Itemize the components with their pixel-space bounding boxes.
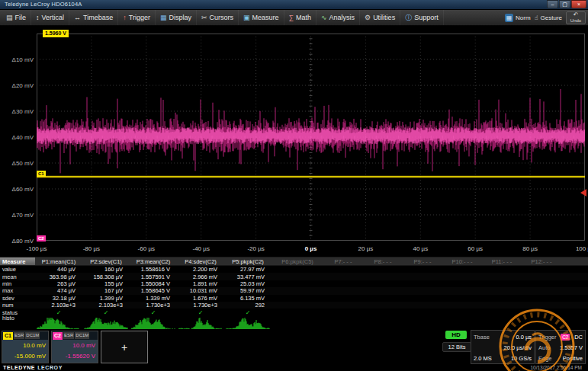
- menu-item-label: File: [15, 14, 27, 21]
- trigger-panel[interactable]: Trigger C2 DC Auto 1.5357 V Edge Positiv…: [535, 330, 586, 364]
- measure-table-header: MeasureP1:mean(C1)P2:sdev(C1)P3:mean(C2)…: [0, 257, 588, 266]
- measure-column-header[interactable]: P6:pkpk(C5): [272, 258, 323, 265]
- channel-values: 10.0 mV-15.000 mV: [2, 340, 48, 363]
- close-button[interactable]: ×: [571, 0, 586, 8]
- footer: TELEDYNELECROY 10/13/2017 2:56:14 PM: [0, 364, 588, 371]
- brand-lecroy: LECROY: [37, 365, 63, 370]
- menu-right-cluster: ▦ Norm ☝ Gesture ↶ Undo: [505, 10, 588, 25]
- measure-cell: 33.477 mV: [224, 273, 272, 280]
- menu-item-cursors[interactable]: ✂Cursors: [197, 10, 239, 25]
- trigger-level-marker[interactable]: [580, 189, 586, 197]
- measure-cell: 27.97 mV: [224, 266, 272, 273]
- measure-column-header[interactable]: P8:- - -: [363, 258, 403, 265]
- measure-icon: ▣: [243, 14, 250, 21]
- tbase-value: 0.0 µs: [516, 334, 532, 341]
- undo-icon: ↶: [574, 12, 579, 18]
- channel-esr-badge: ESR: [14, 332, 24, 339]
- measure-column-header[interactable]: P7:- - -: [323, 258, 363, 265]
- histogram-thumbnail: [84, 317, 128, 329]
- measure-column-header[interactable]: P10:- - -: [442, 258, 482, 265]
- menu-item-support[interactable]: ⓘSupport: [400, 10, 444, 25]
- measure-cell: 2.966 mV: [177, 273, 224, 280]
- y-axis-label: Δ70 mV: [0, 212, 34, 219]
- x-axis-label: -20 µs: [247, 245, 264, 252]
- menu-item-label: Math: [296, 14, 311, 21]
- maximize-button[interactable]: ▢: [559, 0, 570, 8]
- channel-id-badge: C2: [53, 332, 63, 340]
- menu-item-timebase[interactable]: ↔Timebase: [69, 10, 118, 25]
- channel-values: 10.0 mV-1.55620 V: [52, 340, 98, 363]
- hd-mode-badge[interactable]: HD: [445, 331, 467, 339]
- clock: 10/13/2017 2:56:14 PM: [530, 365, 588, 370]
- channel-box-c2[interactable]: C2ESRDC1M10.0 mV-1.55620 V: [51, 331, 98, 363]
- undo-button[interactable]: ↶ Undo: [566, 11, 586, 24]
- sample-rate: 10 GS/s: [511, 355, 532, 362]
- y-axis-label: Δ10 mV: [0, 56, 34, 63]
- menu-item-label: Display: [169, 14, 191, 21]
- norm-button[interactable]: ▦ Norm: [505, 14, 531, 22]
- menu-item-trigger[interactable]: ↑Trigger: [118, 10, 156, 25]
- histo-row-label: histo: [2, 315, 14, 321]
- c1-offset-marker[interactable]: C1: [37, 171, 46, 177]
- x-axis-label: 40 µs: [413, 245, 428, 252]
- oscilloscope-window: Teledyne LeCroy HDO6104A – ▢ × ▤File↕Ver…: [0, 0, 588, 371]
- horizontal-arrows-icon: ↔: [74, 14, 81, 21]
- title-bar: Teledyne LeCroy HDO6104A – ▢ ×: [0, 0, 588, 10]
- measure-column-header[interactable]: P3:mean(C2): [130, 258, 177, 265]
- menu-item-display[interactable]: ▦Display: [156, 10, 197, 25]
- measure-row-label: max: [0, 287, 35, 294]
- measure-column-header[interactable]: P2:sdev(C1): [82, 258, 130, 265]
- vertical-arrows-icon: ↕: [36, 14, 40, 21]
- x-axis-label: 20 µs: [358, 245, 374, 252]
- measure-row-label: num: [0, 302, 35, 309]
- tbase-label: Tbase: [474, 334, 490, 341]
- c2-offset-marker[interactable]: C2: [37, 235, 46, 241]
- channel-box-c1[interactable]: C1ESRDC1M10.0 mV-15.000 mV: [2, 331, 49, 363]
- x-axis-label: 0 µs: [305, 245, 317, 252]
- measure-column-header[interactable]: P11:- - -: [482, 258, 522, 265]
- undo-label: Undo: [570, 18, 581, 24]
- measure-column-header[interactable]: P12:- - -: [522, 258, 561, 265]
- measure-cell: 1.730e+3: [130, 302, 177, 309]
- menu-item-vertical[interactable]: ↕Vertical: [31, 10, 69, 25]
- measure-row-max: max474 µV167 µV1.558645 V10.031 mV59.97 …: [0, 287, 588, 294]
- trigger-coupling: DC: [574, 334, 583, 341]
- brand-teledyne: TELEDYNE: [3, 365, 35, 370]
- channel-offset: -15.000 mV: [5, 351, 46, 362]
- measure-cell: 1.676 mV: [177, 295, 224, 302]
- histogram-thumbnail: [178, 317, 223, 329]
- x-axis-label: -100 µs: [27, 245, 47, 252]
- cursors-icon: ✂: [201, 14, 207, 21]
- window-controls: – ▢ ×: [547, 0, 586, 8]
- gesture-button[interactable]: ☝ Gesture: [535, 14, 562, 21]
- measure-column-header[interactable]: P1:mean(C1): [35, 258, 82, 265]
- trigger-mode: Auto: [538, 344, 550, 351]
- measure-cell: 1.891 mV: [177, 280, 224, 287]
- menu-item-file[interactable]: ▤File: [2, 10, 31, 25]
- add-trace-button[interactable]: +: [101, 331, 148, 363]
- measure-column-header[interactable]: P4:sdev(C2): [177, 258, 224, 265]
- menu-item-utilities[interactable]: ⚙Utilities: [360, 10, 400, 25]
- file-icon: ▤: [6, 14, 13, 21]
- measure-cell: 32.18 µV: [35, 295, 82, 302]
- graticule[interactable]: [37, 34, 585, 241]
- y-axis-label: Δ40 mV: [0, 134, 34, 141]
- measure-column-header[interactable]: P5:pkpk(C2): [224, 258, 272, 265]
- menu-item-measure[interactable]: ▣Measure: [239, 10, 284, 25]
- measure-row-sdev: sdev32.18 µV1.399 µV1.339 mV1.676 mV6.13…: [0, 295, 588, 302]
- menu-item-analysis[interactable]: ∿Analysis: [316, 10, 360, 25]
- timebase-panel[interactable]: Tbase 0.0 µs 20.0 µs/div 2.0 MS 10 GS/s: [471, 330, 535, 364]
- menu-item-math[interactable]: ∑Math: [284, 10, 316, 25]
- measure-cell: 1.399 µV: [82, 295, 130, 302]
- minimize-button[interactable]: –: [547, 0, 558, 8]
- measure-table-title: Measure: [0, 257, 35, 265]
- histogram-thumbnail: [131, 317, 175, 329]
- waveform-display: 1.5960 V C1 C2 Δ10 mVΔ20 mVΔ30 mVΔ40 mVΔ…: [0, 26, 588, 257]
- measure-column-header[interactable]: P9:- - -: [403, 258, 442, 265]
- x-axis-label: -40 µs: [192, 245, 209, 252]
- measure-row-label: sdev: [0, 295, 35, 302]
- y-axis-label: Δ80 mV: [0, 238, 34, 245]
- measure-cell: 25.03 mV: [224, 280, 272, 287]
- x-axis-label: -60 µs: [138, 245, 155, 252]
- measure-cell: 2.200 mV: [177, 266, 224, 273]
